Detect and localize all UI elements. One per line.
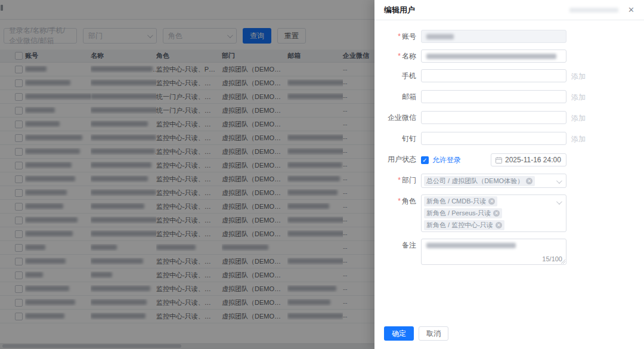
add-email-link[interactable]: 添加 — [571, 90, 586, 104]
drawer-header: 编辑用户 ✕ — [374, 0, 644, 20]
field-roles: 角色 新角色 / CMDB-只读✕新角色 / Perseus-只读✕新角色 / … — [384, 194, 634, 232]
name-input[interactable] — [421, 50, 566, 63]
field-name: 名称 — [384, 50, 634, 63]
account-input — [421, 30, 566, 43]
drawer-footer: 确定 取消 — [374, 326, 644, 349]
tag-close-icon[interactable]: ✕ — [526, 178, 532, 184]
add-phone-link[interactable]: 添加 — [571, 69, 586, 84]
department-tag: 总公司 / 虚拟团队（DEMO体验） ✕ — [424, 176, 535, 186]
close-icon[interactable]: ✕ — [628, 6, 634, 14]
tag-close-icon[interactable]: ✕ — [496, 222, 502, 228]
redacted-header-text — [569, 8, 618, 13]
cancel-button[interactable]: 取消 — [419, 326, 448, 341]
expire-date-input[interactable]: 2025-11-16 24:00 — [491, 153, 566, 166]
role-tag: 新角色 / Perseus-只读✕ — [424, 208, 502, 218]
field-email: 邮箱 添加 — [384, 90, 634, 104]
chevron-down-icon — [556, 178, 562, 184]
calendar-icon — [496, 157, 502, 163]
tag-close-icon[interactable]: ✕ — [493, 210, 500, 217]
dingtalk-input[interactable] — [421, 132, 566, 145]
remark-counter: 15/100 — [542, 255, 562, 262]
field-wechat: 企业微信 添加 — [384, 111, 634, 125]
confirm-button[interactable]: 确定 — [384, 326, 414, 341]
drawer-body: 账号 名称 手机 添加 邮箱 添加 企业微信 添加 钉钉 — [374, 20, 644, 326]
field-account: 账号 — [384, 30, 634, 43]
field-dingtalk: 钉钉 添加 — [384, 132, 634, 146]
field-department: 部门 总公司 / 虚拟团队（DEMO体验） ✕ — [384, 174, 634, 188]
email-input[interactable] — [421, 90, 566, 103]
edit-user-drawer: 编辑用户 ✕ 账号 名称 手机 添加 邮箱 添加 企业微信 — [374, 0, 644, 349]
roles-select[interactable]: 新角色 / CMDB-只读✕新角色 / Perseus-只读✕新角色 / 监控中… — [421, 194, 566, 232]
role-tag: 新角色 / 监控中心-只读✕ — [424, 220, 504, 230]
add-dingtalk-link[interactable]: 添加 — [571, 132, 586, 146]
add-wechat-link[interactable]: 添加 — [571, 111, 586, 125]
field-phone: 手机 添加 — [384, 69, 634, 84]
redacted-name-value — [426, 54, 556, 59]
field-remark: 备注 15/100 — [384, 239, 634, 265]
remark-textarea[interactable]: 15/100 — [421, 239, 566, 265]
drawer-title: 编辑用户 — [384, 5, 415, 16]
phone-input[interactable] — [421, 69, 566, 82]
redacted-account-value — [426, 34, 454, 39]
allow-login-checkbox[interactable]: ✓ — [421, 156, 429, 164]
chevron-down-icon — [556, 199, 562, 205]
expire-date-value: 2025-11-16 24:00 — [505, 156, 561, 164]
role-tag: 新角色 / CMDB-只读✕ — [424, 196, 497, 206]
resize-grip[interactable] — [561, 259, 565, 264]
wechat-input[interactable] — [421, 111, 566, 124]
department-select[interactable]: 总公司 / 虚拟团队（DEMO体验） ✕ — [421, 174, 566, 188]
allow-login-label[interactable]: 允许登录 — [432, 155, 461, 165]
redacted-remark-value — [426, 243, 516, 248]
tag-close-icon[interactable]: ✕ — [488, 198, 495, 205]
field-user-status: 用户状态 ✓ 允许登录 2025-11-16 24:00 — [384, 153, 634, 167]
